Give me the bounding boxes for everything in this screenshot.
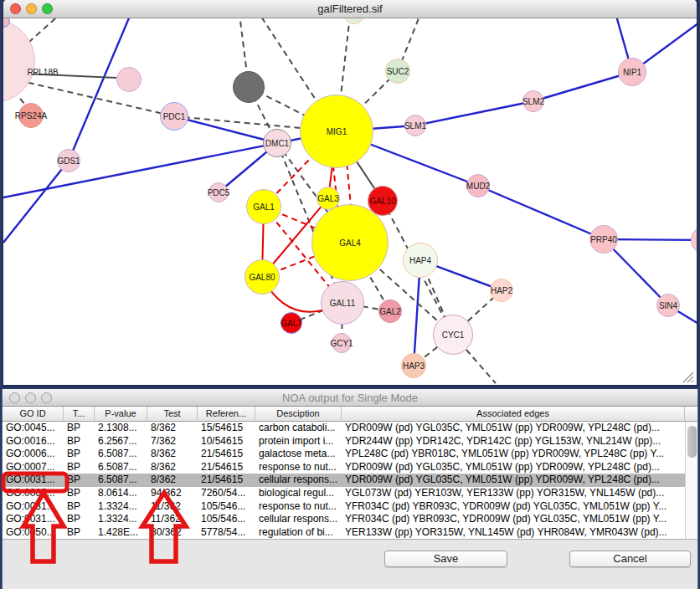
node-label-big-left: RPL18B (27, 68, 58, 77)
table-row[interactable]: GO:0050...BP1.428E...80/3625778/54...reg… (3, 526, 697, 540)
table-row[interactable]: GO:0007...BP6.5087...8/36221/54615respon… (3, 461, 697, 474)
column-header-3[interactable]: Test (147, 407, 198, 421)
table-cell: BP (64, 487, 95, 500)
column-header-1[interactable]: T... (64, 407, 95, 421)
table-cell: 21/54615 (198, 461, 255, 474)
node-pdc1[interactable]: PDC1 (160, 102, 188, 131)
results-table: GO:0045...BP2.1308...8/36215/54615carbon… (3, 422, 697, 540)
network-titlebar[interactable]: galFiltered.sif (3, 0, 697, 18)
node-suc2[interactable]: SUC2 (385, 59, 410, 84)
table-cell: GO:0031... (3, 474, 64, 487)
node-sin4[interactable]: SIN4 (656, 294, 680, 317)
table-cell: BP (64, 513, 95, 526)
scrollbar-thumb[interactable] (687, 426, 697, 458)
vertical-scrollbar[interactable] (685, 422, 697, 539)
table-cell: BP (64, 461, 95, 474)
table-cell: 8/362 (147, 474, 198, 487)
node-mig1[interactable]: MIG1 (300, 95, 373, 168)
network-window: galFiltered.sif RPL18BRPS24AGDS1PDC1PDC5… (2, 0, 698, 387)
node-gal80[interactable]: GAL80 (244, 259, 280, 294)
table-cell: BP (64, 435, 95, 448)
node-mud2[interactable]: MUD2 (466, 174, 490, 197)
noa-titlebar[interactable]: NOA output for Single Mode (3, 389, 697, 407)
node-prp40[interactable]: PRP40 (589, 225, 618, 254)
edge-layer (3, 18, 697, 384)
node-gray-node[interactable] (233, 71, 265, 103)
node-gal11[interactable]: GAL11 (321, 281, 364, 325)
node-rps24a[interactable]: RPS24A (18, 103, 44, 128)
node-label: GDS1 (57, 156, 80, 166)
column-header-4[interactable]: Referen... (198, 407, 255, 421)
table-cell: 10/54615 (198, 435, 255, 448)
node-gal4[interactable]: GAL4 (311, 204, 389, 281)
graph-edge (533, 72, 632, 101)
table-cell: galactose meta... (255, 448, 342, 461)
table-cell: 6.5087... (95, 448, 147, 461)
node-label: GAL1 (253, 202, 275, 212)
node-label: SLM1 (404, 121, 426, 131)
node-label: GAL11 (330, 299, 355, 308)
table-row[interactable]: GO:0045...BP2.1308...8/36215/54615carbon… (3, 422, 697, 435)
node-cyc1[interactable]: CYC1 (433, 315, 473, 355)
node-dmc1[interactable]: DMC1 (263, 129, 291, 157)
table-cell: YDR244W (pp) YDR142C, YDR142C (pp) YGL15… (342, 435, 685, 448)
table-cell: GO:0006... (3, 448, 64, 461)
node-label: HAP4 (409, 256, 431, 265)
node-hap3[interactable]: HAP3 (401, 353, 426, 378)
node-label: SUC2 (387, 67, 409, 76)
resize-grip-icon[interactable] (680, 370, 695, 383)
table-cell: GO:0065... (3, 487, 64, 500)
table-cell: 6.2567... (95, 435, 147, 448)
node-hap4[interactable]: HAP4 (403, 243, 438, 278)
table-cell: regulation of bi... (255, 526, 342, 540)
column-header-0[interactable]: GO ID (3, 407, 64, 421)
table-cell: cellular respons... (255, 474, 342, 487)
node-label: GAL80 (249, 273, 275, 282)
graph-edge (478, 186, 604, 239)
table-cell: 105/546... (198, 500, 255, 514)
table-cell: 6.5087... (95, 461, 147, 474)
table-cell: GO:0031... (3, 513, 64, 526)
table-cell: YDR009W (pd) YGL035C, YML051W (pp) YDR00… (342, 474, 685, 487)
column-header-5[interactable]: Desciption (255, 407, 342, 421)
node-nip1[interactable]: NIP1 (618, 58, 646, 86)
node-gal2[interactable]: GAL2 (378, 300, 402, 323)
node-hap2[interactable]: HAP2 (490, 279, 513, 302)
column-header-6[interactable]: Associated edges (342, 407, 685, 421)
noa-output-window: NOA output for Single Mode GO IDT...P-va… (2, 389, 698, 589)
table-row[interactable]: GO:0031...BP1.3324...11/362105/546...cel… (3, 513, 697, 526)
table-row[interactable]: GO:0016...BP6.2567...7/36210/54615protei… (3, 435, 697, 448)
cancel-button[interactable]: Cancel (569, 551, 691, 567)
table-cell: 21/54615 (198, 474, 255, 487)
table-cell: BP (64, 448, 95, 461)
node-rpl18b-dot[interactable] (116, 67, 142, 92)
node-gal7[interactable]: GAL7 (281, 312, 302, 334)
network-canvas[interactable]: RPL18BRPS24AGDS1PDC1PDC5DMC1MIG1SUC2SLM1… (3, 18, 697, 384)
table-cell: GO:0031... (3, 500, 64, 514)
node-slm2[interactable]: SLM2 (522, 90, 544, 112)
table-cell: YER133W (pp) YOR315W, YNL145W (pd) YHR08… (342, 526, 685, 540)
table-row[interactable]: GO:0065...BP8.0614...94/3627260/54...bio… (3, 487, 697, 500)
node-slm1[interactable]: SLM1 (404, 115, 426, 136)
table-cell: 80/362 (147, 526, 198, 540)
table-cell: YPL248C (pd) YBR018C, YML051W (pp) YDR00… (342, 448, 685, 461)
table-cell: 1.3324... (95, 500, 147, 514)
table-cell: YGL073W (pd) YER103W, YER133W (pp) YOR31… (342, 487, 685, 500)
node-gds1[interactable]: GDS1 (57, 149, 80, 172)
column-header-2[interactable]: P-value (95, 407, 147, 421)
node-pdc5[interactable]: PDC5 (208, 182, 229, 202)
table-row[interactable]: GO:0006...BP6.5087...8/36221/54615galact… (3, 448, 697, 461)
table-cell: 11/362 (147, 513, 198, 526)
table-cell: BP (64, 422, 95, 435)
node-gcy1[interactable]: GCY1 (332, 333, 352, 353)
table-row[interactable]: GO:0031...BP6.5087...8/36221/54615cellul… (3, 474, 697, 487)
graph-edge (3, 161, 69, 243)
node-label: SLM2 (522, 97, 544, 106)
table-cell: BP (64, 526, 95, 540)
table-row[interactable]: GO:0031...BP1.3324...11/362105/546...res… (3, 500, 697, 514)
node-label: DMC1 (265, 139, 289, 148)
table-cell: 105/546... (198, 513, 255, 526)
node-gal1[interactable]: GAL1 (246, 189, 281, 224)
table-cell: GO:0007... (3, 461, 64, 474)
save-button[interactable]: Save (384, 551, 507, 567)
